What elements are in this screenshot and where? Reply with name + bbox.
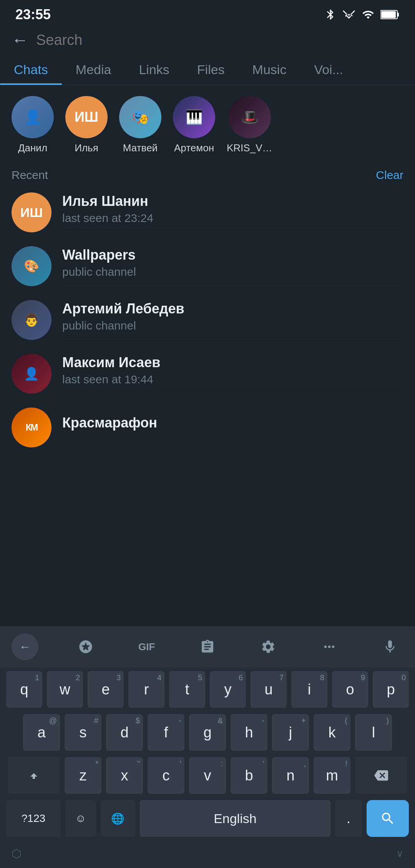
chat-item-krasmarafon[interactable]: КМ Красмарафон [0,401,415,454]
key-x[interactable]: x" [106,757,143,794]
more-button[interactable] [316,635,343,658]
bluetooth-icon [324,8,337,21]
chat-name: Wallpapers [62,247,403,263]
chat-info-ilya-shanin: Илья Шанин last seen at 23:24 [62,193,403,232]
story-item-kris[interactable]: 🎩 KRIS_VESK... [227,96,273,154]
chat-info-krasmarafon: Красмарафон [62,415,403,440]
key-v[interactable]: v: [189,757,226,794]
keyboard-toolbar: ← GIF [0,626,415,667]
sym123-key[interactable]: ?123 [6,800,61,837]
chat-sub: public channel [62,319,403,332]
story-item-artemon[interactable]: 🎹 Артемон [173,96,215,154]
hex-icon: ⬡ [12,847,22,860]
sticker-button[interactable] [72,635,99,658]
clear-button[interactable]: Clear [376,169,403,182]
key-row-1: q1 w2 e3 r4 t5 y6 u7 i8 o9 p0 [6,671,409,708]
key-r[interactable]: r4 [128,671,164,708]
key-j[interactable]: j+ [272,714,309,751]
backspace-key[interactable] [355,757,407,794]
chat-sub: public channel [62,265,403,278]
chat-item-ilya-shanin[interactable]: ИШ Илья Шанин last seen at 23:24 [0,186,415,239]
recent-header: Recent Clear [0,165,415,186]
tab-chats[interactable]: Chats [0,55,62,85]
chat-sub: last seen at 23:24 [62,212,403,225]
story-item-ilya[interactable]: ИШ Илья [65,96,108,154]
key-u[interactable]: u7 [251,671,287,708]
story-name-matvey: Матвей [123,142,158,154]
clipboard-button[interactable] [194,635,221,658]
key-l[interactable]: l) [355,714,392,751]
period-key[interactable]: . [335,800,362,837]
status-time: 23:55 [15,7,51,23]
avatar-krasmarafon: КМ [12,407,51,447]
key-c[interactable]: c' [148,757,184,794]
key-row-2: a@ s# d$ f- g& h- j+ k( l) [6,714,409,751]
chat-name: Артемий Лебедев [62,301,403,317]
key-b[interactable]: b' [231,757,267,794]
back-button[interactable]: ← [12,31,28,48]
svg-rect-1 [397,13,399,17]
globe-key[interactable]: 🌐 [101,800,135,837]
tab-files[interactable]: Files [183,55,239,85]
chat-info-wallpapers: Wallpapers public channel [62,247,403,286]
story-item-matvey[interactable]: 🎭 Матвей [119,96,161,154]
chat-name: Максим Исаев [62,354,403,371]
story-name-ilya: Илья [75,142,98,154]
battery-icon [380,9,400,20]
chat-item-maksim[interactable]: 👤 Максим Исаев last seen at 19:44 [0,347,415,401]
chat-info-artemiy: Артемий Лебедев public channel [62,301,403,340]
tab-music[interactable]: Music [239,55,300,85]
key-f[interactable]: f- [148,714,184,751]
recent-label: Recent [12,169,48,182]
key-s[interactable]: s# [65,714,101,751]
keyboard-bottom-row: ?123 ☺ 🌐 English . [0,800,415,843]
key-o[interactable]: o9 [332,671,368,708]
chat-item-wallpapers[interactable]: 🎨 Wallpapers public channel [0,239,415,293]
story-item-danil[interactable]: 👤 Данил [12,96,54,154]
keyboard: ← GIF q1 w2 e3 r4 t5 y6 u7 i8 o9 p0 [0,626,415,868]
key-g[interactable]: g& [189,714,226,751]
key-i[interactable]: i8 [291,671,327,708]
key-d[interactable]: d$ [106,714,143,751]
avatar-wallpapers: 🎨 [12,246,51,286]
search-input[interactable] [36,32,403,48]
tab-links[interactable]: Links [125,55,183,85]
signal-icon [361,8,375,21]
tabs-bar: Chats Media Links Files Music Voi... [0,55,415,85]
avatar-maksim: 👤 [12,354,51,394]
gif-button[interactable]: GIF [133,635,160,658]
story-row: 👤 Данил ИШ Илья 🎭 Матвей 🎹 Артемон 🎩 KRI… [0,85,415,165]
key-h[interactable]: h- [231,714,267,751]
tab-voice[interactable]: Voi... [300,55,357,85]
key-y[interactable]: y6 [210,671,246,708]
key-p[interactable]: p0 [373,671,409,708]
space-key[interactable]: English [140,800,330,837]
settings-button[interactable] [255,635,282,658]
story-name-danil: Данил [18,142,47,154]
key-e[interactable]: e3 [88,671,124,708]
story-name-artemon: Артемон [174,142,214,154]
chat-list: ИШ Илья Шанин last seen at 23:24 🎨 Wallp… [0,186,415,454]
chevron-down-icon: ∨ [396,848,403,860]
chat-item-artemiy[interactable]: 👨 Артемий Лебедев public channel [0,293,415,347]
shift-key[interactable] [8,757,60,794]
key-q[interactable]: q1 [6,671,42,708]
key-a[interactable]: a@ [23,714,60,751]
voice-button[interactable] [377,635,403,658]
key-m[interactable]: m! [314,757,350,794]
key-k[interactable]: k( [314,714,350,751]
keyboard-keys: q1 w2 e3 r4 t5 y6 u7 i8 o9 p0 a@ s# d$ f… [0,667,415,794]
key-t[interactable]: t5 [169,671,205,708]
key-z[interactable]: z* [65,757,101,794]
search-bar: ← [0,27,415,55]
search-key[interactable] [367,800,409,837]
tab-media[interactable]: Media [62,55,125,85]
keyboard-back-button[interactable]: ← [12,633,38,660]
key-w[interactable]: w2 [47,671,83,708]
avatar-artemiy: 👨 [12,300,51,340]
key-n[interactable]: n, [272,757,309,794]
emoji-key[interactable]: ☺ [65,800,96,837]
story-name-kris: KRIS_VESK... [227,142,273,154]
keyboard-bottom-hint: ⬡ ∨ [0,843,415,868]
status-bar: 23:55 [0,0,415,27]
